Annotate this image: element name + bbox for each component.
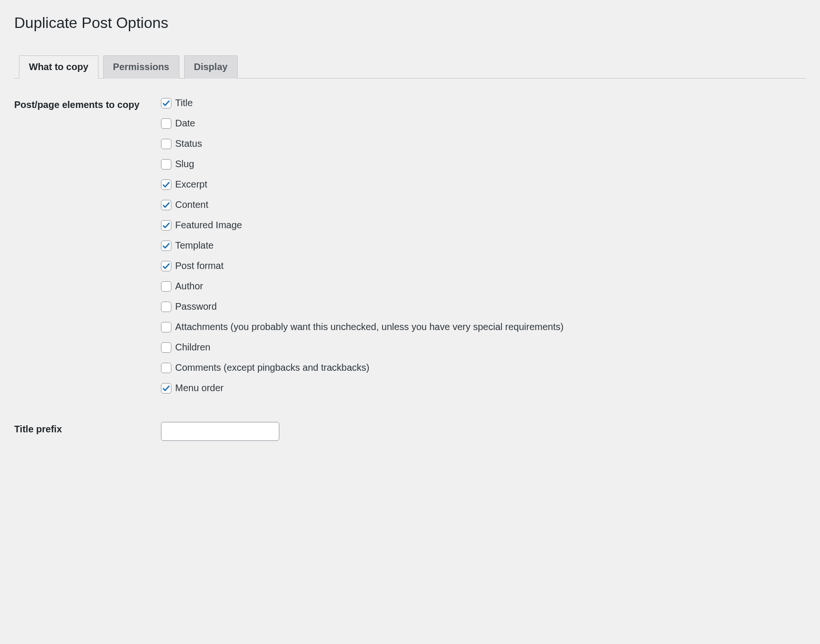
checkbox-row: Slug [161, 159, 806, 170]
checkbox[interactable] [161, 200, 171, 210]
checkbox-label[interactable]: Excerpt [175, 179, 207, 190]
checkbox-row: Menu order [161, 383, 806, 394]
checkbox[interactable] [161, 220, 171, 231]
checkbox[interactable] [161, 342, 171, 353]
tab-what-to-copy[interactable]: What to copy [19, 55, 98, 79]
checkbox[interactable] [161, 322, 171, 332]
checkbox[interactable] [161, 139, 171, 149]
checkbox-label[interactable]: Attachments (you probably want this unch… [175, 322, 563, 332]
checkbox-row: Featured Image [161, 220, 806, 231]
checkbox-label[interactable]: Post format [175, 260, 223, 271]
checkbox-row: Attachments (you probably want this unch… [161, 322, 806, 332]
checkbox-label[interactable]: Title [175, 98, 193, 108]
checkbox[interactable] [161, 179, 171, 190]
checkbox-label[interactable]: Featured Image [175, 220, 242, 231]
checkbox-row: Comments (except pingbacks and trackback… [161, 362, 806, 373]
checkbox[interactable] [161, 281, 171, 292]
checkbox-row: Excerpt [161, 179, 806, 190]
checkbox-row: Date [161, 118, 806, 129]
checkbox-label[interactable]: Comments (except pingbacks and trackback… [175, 362, 369, 373]
title-prefix-heading: Title prefix [14, 417, 161, 446]
checkbox[interactable] [161, 159, 171, 170]
checkbox-label[interactable]: Author [175, 281, 203, 292]
checkbox[interactable] [161, 302, 171, 312]
checkbox-label[interactable]: Menu order [175, 383, 223, 394]
settings-form-table: Post/page elements to copy TitleDateStat… [14, 93, 806, 446]
checkbox-label[interactable]: Content [175, 199, 208, 210]
checkbox-row: Author [161, 281, 806, 292]
checkbox-row: Password [161, 301, 806, 312]
checkbox-row: Post format [161, 260, 806, 271]
checkbox[interactable] [161, 261, 171, 271]
checkbox-label[interactable]: Password [175, 301, 217, 312]
elements-to-copy-heading: Post/page elements to copy [14, 93, 161, 398]
checkbox-row: Children [161, 342, 806, 353]
checkbox[interactable] [161, 383, 171, 394]
tab-permissions[interactable]: Permissions [103, 55, 179, 79]
checkbox-row: Content [161, 199, 806, 210]
checkbox[interactable] [161, 98, 171, 108]
checkbox-label[interactable]: Children [175, 342, 210, 353]
tab-bar: What to copy Permissions Display [14, 55, 806, 79]
checkbox-row: Status [161, 138, 806, 149]
tab-display[interactable]: Display [184, 55, 238, 79]
title-prefix-input[interactable] [161, 422, 279, 441]
checkbox-label[interactable]: Slug [175, 159, 194, 170]
checkbox-label[interactable]: Status [175, 138, 202, 149]
checkbox-row: Template [161, 240, 806, 251]
checkbox-row: Title [161, 98, 806, 108]
checkbox[interactable] [161, 118, 171, 129]
page-title: Duplicate Post Options [14, 14, 806, 32]
checkbox-label[interactable]: Template [175, 240, 214, 251]
checkbox[interactable] [161, 363, 171, 373]
checkbox[interactable] [161, 241, 171, 251]
checkbox-label[interactable]: Date [175, 118, 195, 129]
